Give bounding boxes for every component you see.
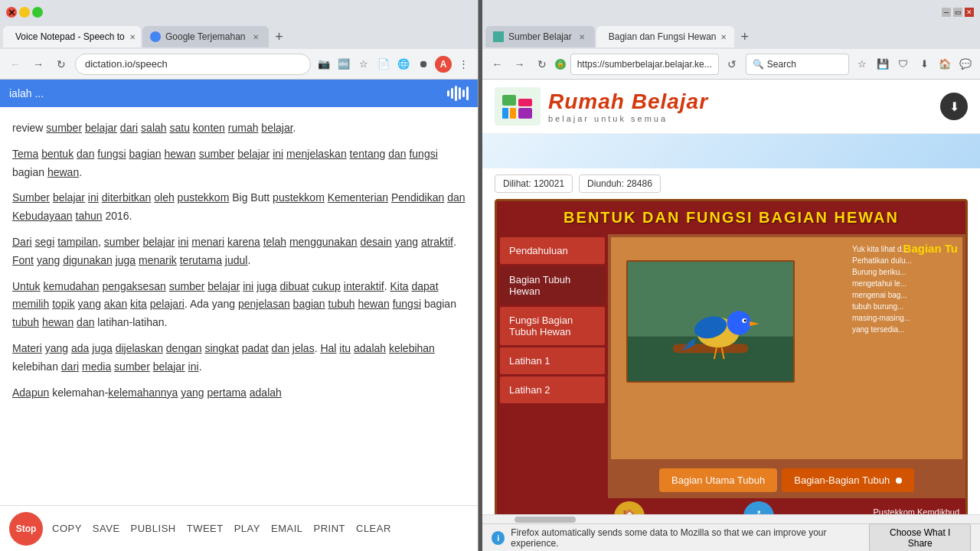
- content-body: Pendahuluan Bagian Tubuh Hewan Fungsi Ba…: [497, 234, 965, 535]
- tweet-button[interactable]: TWEET: [185, 520, 225, 537]
- dilihat-stat: Dilihat: 120021: [495, 174, 573, 193]
- extension1-icon[interactable]: 🌐: [395, 56, 412, 73]
- firefox-notification-bar: i Firefox automatically sends some data …: [482, 523, 980, 551]
- banner-area: [482, 134, 980, 168]
- right-browser-window: ─ ▭ ✕ Sumber Belajar ✕ Bagian dan Fungsi…: [482, 0, 980, 551]
- right-shield-button[interactable]: 🛡: [895, 56, 911, 73]
- para-2: Tema bentuk dan fungsi bagian hewan sumb…: [12, 145, 466, 182]
- stats-area: Dilihat: 120021 Diunduh: 28486: [482, 168, 980, 199]
- right-download-button[interactable]: ⬇: [916, 56, 933, 73]
- choose-share-button[interactable]: Choose What I Share: [869, 523, 971, 552]
- bar2: [451, 88, 453, 99]
- sidebar-menu: Pendahuluan Bagian Tubuh Hewan Fungsi Ba…: [497, 234, 608, 535]
- content-title: BENTUK DAN FUNGSI BAGIAN HEWAN: [564, 209, 899, 226]
- content-inner: Bagian Tu: [611, 237, 962, 459]
- right-back-button[interactable]: ←: [488, 55, 506, 73]
- content-title-bar: BENTUK DAN FUNGSI BAGIAN HEWAN: [497, 201, 965, 234]
- right-bookmark-button[interactable]: ☆: [854, 56, 870, 73]
- left-minimize-button[interactable]: [19, 7, 30, 18]
- right-forward-button[interactable]: →: [511, 55, 528, 73]
- print-button[interactable]: PRINT: [312, 520, 348, 537]
- right-tab-1[interactable]: Sumber Belajar ✕: [485, 26, 595, 47]
- publish-button[interactable]: PUBLISH: [129, 520, 178, 537]
- right-save-button[interactable]: 💾: [874, 56, 890, 73]
- secure-icon: 🔒: [555, 59, 565, 70]
- right-tab2-close[interactable]: ✕: [720, 31, 727, 42]
- tab1-close[interactable]: ✕: [129, 31, 136, 42]
- svg-rect-1: [502, 108, 508, 119]
- bar6: [466, 86, 469, 100]
- firefox-notification-text: Firefox automatically sends some data to…: [511, 527, 863, 549]
- clear-button[interactable]: CLEAR: [354, 520, 393, 537]
- pdf-icon[interactable]: 📄: [375, 56, 392, 73]
- menu-icon[interactable]: ⋮: [455, 56, 472, 73]
- avatar-icon[interactable]: A: [435, 56, 452, 73]
- url-text: dictation.io/speech: [85, 58, 168, 70]
- horizontal-scrollbar[interactable]: [482, 514, 980, 523]
- save-button[interactable]: SAVE: [91, 520, 122, 537]
- header-download-button[interactable]: ⬇: [940, 93, 968, 120]
- right-title-bar: ─ ▭ ✕: [482, 0, 980, 24]
- firefox-info-icon: i: [492, 531, 505, 545]
- diunduh-stat: Diunduh: 28486: [579, 174, 661, 193]
- bar1: [447, 90, 449, 96]
- camera-icon[interactable]: 📷: [315, 56, 332, 73]
- right-refresh-button[interactable]: ↻: [533, 55, 550, 73]
- right-search-box[interactable]: 🔍 Search: [746, 54, 849, 75]
- main-content-box: BENTUK DAN FUNGSI BAGIAN HEWAN Pendahulu…: [495, 199, 968, 537]
- right-restore-button[interactable]: ▭: [953, 8, 962, 17]
- back-button[interactable]: ←: [6, 55, 24, 73]
- bird-svg: [628, 260, 793, 383]
- right-minimize-button[interactable]: ─: [942, 8, 951, 17]
- logo-svg: [498, 91, 537, 122]
- right-home-button[interactable]: 🏠: [937, 56, 953, 73]
- left-win-controls: ✕: [6, 7, 43, 18]
- search-placeholder: Search: [767, 59, 796, 70]
- dictation-status: ialah ...: [9, 87, 44, 99]
- right-tab1-close[interactable]: ✕: [577, 31, 587, 42]
- new-tab-button[interactable]: +: [270, 28, 289, 46]
- email-button[interactable]: EMAIL: [270, 520, 305, 537]
- bar3: [455, 86, 457, 101]
- cursor-indicator: [896, 478, 902, 484]
- right-tab-2[interactable]: Bagian dan Fungsi Hewan ✕: [596, 26, 734, 47]
- left-tab-1[interactable]: Voice Notepad - Speech to ✕: [3, 26, 141, 47]
- svg-point-9: [727, 311, 751, 334]
- translate-icon[interactable]: 🔤: [335, 56, 352, 73]
- scrollbar-thumb[interactable]: [514, 517, 576, 523]
- para-5: Untuk kemudahan pengaksesan sumber belaj…: [12, 278, 466, 332]
- right-url-input[interactable]: https://sumberbelajar.belajar.ke...: [570, 54, 719, 75]
- right-tab2-label: Bagian dan Fungsi Hewan: [609, 31, 717, 42]
- menu-latihan2[interactable]: Latihan 2: [500, 377, 605, 403]
- copy-button[interactable]: COPY: [51, 520, 83, 537]
- left-maximize-button[interactable]: [32, 7, 43, 18]
- bagian-utama-button[interactable]: Bagian Utama Tubuh: [659, 468, 777, 492]
- forward-button[interactable]: →: [29, 55, 47, 73]
- menu-fungsi-bagian[interactable]: Fungsi Bagian Tubuh Hewan: [500, 307, 605, 345]
- right-new-tab-button[interactable]: +: [736, 28, 754, 46]
- dictation-text-area[interactable]: review sumber belajar dari salah satu ko…: [0, 107, 478, 505]
- url-input[interactable]: dictation.io/speech: [75, 54, 311, 75]
- tab2-close[interactable]: ✕: [250, 31, 261, 42]
- left-address-bar: ← → ↻ dictation.io/speech 📷 🔤 ☆ 📄 🌐 ⏺ A …: [0, 49, 478, 80]
- right-chat-button[interactable]: 💬: [958, 56, 974, 73]
- stop-button[interactable]: Stop: [9, 512, 43, 546]
- menu-latihan1[interactable]: Latihan 1: [500, 347, 605, 374]
- right-tab1-label: Sumber Belajar: [508, 31, 572, 42]
- left-toolbar-icons: 📷 🔤 ☆ 📄 🌐 ⏺ A ⋮: [315, 56, 472, 73]
- refresh-button[interactable]: ↻: [52, 55, 70, 73]
- right-reload-button[interactable]: ↺: [724, 55, 741, 73]
- menu-bagian-tubuh[interactable]: Bagian Tubuh Hewan: [500, 266, 605, 305]
- para-6: Materi yang ada juga dijelaskan dengan s…: [12, 340, 466, 377]
- play-button[interactable]: PLAY: [233, 520, 262, 537]
- left-tab-2[interactable]: Google Terjemahan ✕: [142, 26, 269, 47]
- left-close-button[interactable]: ✕: [6, 7, 17, 18]
- content-main-area: Bagian Tu: [608, 234, 965, 535]
- right-close-button[interactable]: ✕: [965, 8, 974, 17]
- svg-rect-0: [502, 95, 516, 106]
- extension2-icon[interactable]: ⏺: [415, 56, 432, 73]
- right-win-controls: ─ ▭ ✕: [942, 8, 974, 17]
- star-icon[interactable]: ☆: [355, 56, 372, 73]
- bagian-bagian-button[interactable]: Bagian-Bagian Tubuh: [782, 468, 914, 492]
- menu-pendahuluan[interactable]: Pendahuluan: [500, 237, 605, 264]
